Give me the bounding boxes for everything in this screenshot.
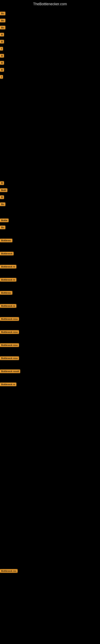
site-title: TheBottlenecker.com	[0, 0, 100, 7]
badge-4: B	[0, 33, 4, 36]
badge-20: Bottleneck re	[0, 278, 16, 282]
badge-5: B	[0, 40, 4, 44]
badge-28: Bottleneck re	[0, 382, 16, 386]
badge-19: Bottleneck re	[0, 265, 16, 268]
badge-8: B	[0, 61, 4, 64]
badge-7: B	[0, 54, 4, 58]
badge-15: Bottle	[0, 218, 9, 222]
badge-21: Bottlenec	[0, 291, 12, 295]
badge-9: B	[0, 68, 4, 72]
badge-18: Bottleneck	[0, 252, 14, 256]
badge-27: Bottleneck result	[0, 370, 20, 373]
badge-26: Bottleneck resu	[0, 356, 19, 360]
badge-16: Bo	[0, 226, 5, 229]
badge-22: Bottleneck re	[0, 304, 16, 308]
badge-12: Bottl	[0, 188, 7, 192]
badge-29: Bottleneck res	[0, 569, 18, 573]
badge-13: B	[0, 196, 4, 199]
badge-24: Bottleneck resu	[0, 330, 19, 334]
badge-25: Bottleneck resu	[0, 343, 19, 347]
badge-1: Bo	[0, 12, 5, 15]
badge-3: Bo	[0, 26, 5, 30]
badge-11: B	[0, 181, 4, 185]
badge-6: I	[0, 47, 3, 50]
badge-17: Bottlenec	[0, 239, 12, 242]
badge-2: Bo	[0, 19, 5, 22]
badge-23: Bottleneck resu	[0, 317, 19, 321]
badge-10: I	[0, 75, 3, 79]
badge-14: Bo	[0, 202, 5, 206]
